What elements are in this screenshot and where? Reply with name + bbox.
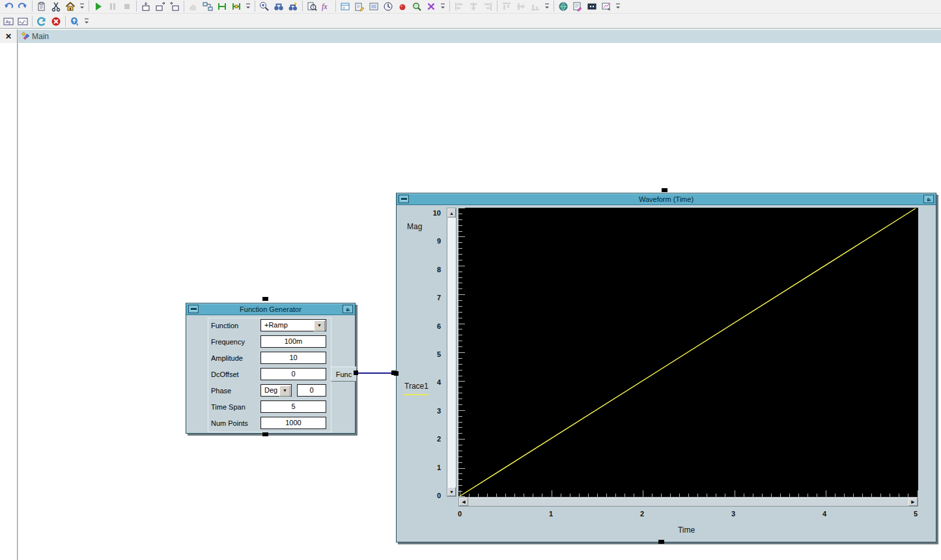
scroll-up-button[interactable]: ▲	[447, 208, 456, 217]
function-generator-window[interactable]: Function Generator Function+Ramp▼Frequen…	[186, 303, 356, 434]
toolbar-separator	[136, 1, 137, 12]
resize-handle-fg-bottom[interactable]	[262, 432, 268, 436]
toolbar-separator	[89, 1, 89, 12]
repeat-run-icon[interactable]	[35, 15, 48, 28]
minimize-button[interactable]	[188, 305, 199, 313]
scroll-left-button[interactable]: ◀	[459, 497, 468, 506]
field-input[interactable]: 10	[260, 352, 326, 364]
wave-display-icon[interactable]	[16, 15, 29, 28]
field-input[interactable]: 1000	[260, 417, 326, 429]
run-icon[interactable]	[92, 0, 105, 13]
corner-menu-button[interactable]	[343, 305, 353, 313]
close-panel-button[interactable]: ✕	[0, 29, 17, 43]
dropdown-arrow-icon[interactable]: ▼	[314, 320, 325, 331]
function-builder-icon[interactable]: fx	[320, 0, 333, 13]
delete-x-icon[interactable]	[425, 0, 438, 13]
device-new-icon[interactable]	[139, 0, 152, 13]
pause-icon	[106, 0, 119, 13]
corner-menu-button[interactable]	[923, 195, 934, 203]
cut-icon[interactable]	[49, 0, 63, 13]
pan-icon	[187, 0, 200, 13]
resize-handle-wf-bottom[interactable]	[658, 540, 664, 544]
wire-source-node[interactable]	[354, 371, 358, 375]
find-icon[interactable]	[272, 0, 285, 13]
func-output-terminal[interactable]: Func	[331, 367, 357, 382]
minimize-button[interactable]	[399, 195, 409, 203]
toolbar-separator	[449, 1, 450, 12]
toolbar-separator	[65, 16, 66, 27]
toolbar-overflow-button[interactable]	[78, 1, 85, 12]
properties-icon[interactable]	[353, 0, 366, 13]
corner-arrow-icon	[345, 306, 351, 312]
device-in-icon[interactable]	[154, 0, 167, 13]
x-axis-scrollbar[interactable]: ◀ ▶	[458, 497, 918, 507]
chart-link-icon[interactable]	[600, 0, 613, 13]
field-input[interactable]: 100m	[260, 335, 326, 348]
scroll-right-button[interactable]: ▶	[908, 497, 918, 506]
toolbar-separator	[302, 1, 303, 12]
y-axis-title: Mag	[407, 222, 422, 231]
field-dropdown[interactable]: +Ramp▼	[260, 319, 326, 331]
fit-horizontal-icon[interactable]	[216, 0, 229, 13]
field-input[interactable]: 0	[297, 384, 326, 397]
toolbar-overflow-button[interactable]	[244, 1, 251, 12]
display-box-icon[interactable]	[585, 0, 598, 13]
field-label: Frequency	[211, 338, 245, 346]
minus-icon	[191, 308, 197, 310]
y-axis-scrollbar[interactable]: ▲ ▼	[447, 208, 456, 497]
stop-x-icon[interactable]	[49, 15, 63, 28]
workspace-tab-bar: ✕ Main	[0, 29, 941, 43]
connect-icon[interactable]	[201, 0, 214, 13]
plot-area[interactable]	[458, 208, 918, 499]
watch-icon[interactable]	[410, 0, 423, 13]
web-edit-icon[interactable]	[571, 0, 584, 13]
globe-icon[interactable]	[557, 0, 570, 13]
function-generator-titlebar[interactable]: Function Generator	[186, 303, 355, 315]
field-dropdown[interactable]: Deg▼	[260, 384, 292, 397]
field-input[interactable]: 5	[260, 400, 326, 413]
toolbar-overflow-button[interactable]	[543, 1, 550, 12]
home-icon[interactable]	[64, 0, 77, 13]
fit-width-icon[interactable]	[230, 0, 243, 13]
align-right-icon	[481, 0, 494, 13]
resize-handle-wf-top[interactable]	[662, 188, 667, 192]
redo-icon[interactable]	[16, 0, 29, 13]
y-tick-label: 9	[415, 236, 441, 245]
svg-text:Ay: Ay	[6, 20, 12, 25]
callout-up-icon[interactable]	[68, 15, 81, 28]
scrollbar-track[interactable]	[468, 497, 908, 506]
tab-main[interactable]: Main	[18, 29, 941, 44]
list-icon[interactable]	[367, 0, 380, 13]
y-tick-label: 1	[415, 463, 441, 472]
x-tick-label: 3	[720, 510, 746, 518]
clock-icon[interactable]	[382, 0, 395, 13]
device-out-icon[interactable]	[168, 0, 181, 13]
data-wire[interactable]	[356, 372, 393, 374]
dropdown-arrow-icon[interactable]: ▼	[279, 385, 290, 397]
paste-icon[interactable]	[35, 0, 48, 13]
minus-icon	[401, 198, 407, 200]
toolbar-overflow-button[interactable]	[83, 16, 90, 27]
undo-icon[interactable]	[2, 0, 15, 13]
align-center-icon	[467, 0, 480, 13]
x-tick-label: 5	[903, 510, 929, 518]
align-left-icon	[453, 0, 466, 13]
waveform-display-window[interactable]: Waveform (Time) Mag Trace1 109876543210 …	[396, 193, 936, 542]
view-doc-icon[interactable]	[305, 0, 318, 13]
breakpoint-icon[interactable]	[396, 0, 409, 13]
waveform-titlebar[interactable]: Waveform (Time)	[397, 193, 936, 205]
find-next-icon[interactable]	[287, 0, 300, 13]
scroll-down-button[interactable]: ▼	[447, 487, 456, 496]
alnum-display-icon[interactable]: Ay	[2, 15, 15, 28]
resize-handle-fg-top[interactable]	[262, 297, 268, 301]
vee-diamond-icon	[21, 35, 31, 42]
zoom-in-icon[interactable]	[258, 0, 271, 13]
y-tick-label: 8	[415, 265, 441, 274]
x-axis-title: Time	[667, 525, 706, 535]
field-input[interactable]: 0	[260, 368, 326, 380]
tab-label: Main	[32, 32, 49, 41]
toolbar-overflow-button[interactable]	[439, 1, 446, 12]
toolbar-overflow-button[interactable]	[614, 1, 621, 12]
wire-sink-node[interactable]	[391, 371, 396, 375]
form-icon[interactable]	[339, 0, 352, 13]
